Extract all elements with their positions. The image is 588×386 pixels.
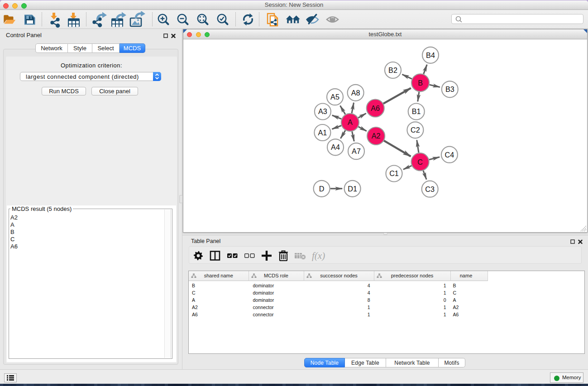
svg-text:C1: C1 (389, 169, 399, 177)
svg-text:D1: D1 (348, 185, 357, 193)
svg-text:C4: C4 (445, 151, 454, 159)
svg-text:B4: B4 (426, 51, 435, 59)
svg-text:A5: A5 (330, 93, 339, 101)
svg-text:A7: A7 (352, 147, 361, 155)
svg-text:A: A (348, 118, 353, 126)
svg-text:A3: A3 (318, 107, 327, 115)
svg-text:A8: A8 (351, 89, 360, 97)
svg-text:C3: C3 (425, 185, 435, 193)
svg-text:C: C (417, 158, 423, 166)
svg-text:f(x): f(x) (312, 250, 325, 261)
svg-text:C2: C2 (411, 126, 420, 134)
svg-text:A2: A2 (372, 132, 381, 140)
svg-text:A4: A4 (331, 143, 340, 151)
svg-text:D: D (319, 185, 325, 193)
svg-text:B1: B1 (412, 107, 421, 115)
svg-text:B2: B2 (388, 66, 397, 74)
svg-text:A1: A1 (318, 129, 327, 137)
svg-text:B: B (418, 79, 423, 87)
svg-text:A6: A6 (371, 104, 380, 112)
svg-text:B3: B3 (445, 85, 454, 93)
